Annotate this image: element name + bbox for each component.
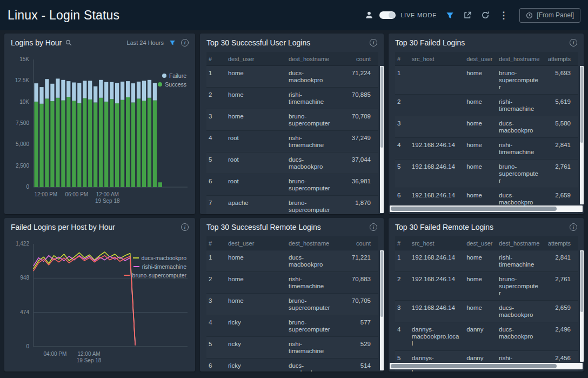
column-header[interactable]: attempts [544,236,578,250]
scroll-thumb[interactable] [380,67,383,148]
table-cell: ducs-macbookpro [497,116,544,138]
table-cell: ducs-macbookpro [497,322,544,351]
svg-text:474: 474 [20,309,29,315]
table-row[interactable]: 7apachebruno-supercomputer1,870 [206,196,378,215]
table-row[interactable]: 4rootrishi-timemachine37,249 [206,131,378,152]
horizontal-scrollbar[interactable] [390,205,583,212]
table-cell: 1 [206,66,226,88]
info-icon[interactable]: i [570,223,577,231]
panel-title: Top 30 Failed Logins [395,38,465,47]
zoom-icon[interactable] [65,39,72,46]
legend-label: Success [165,81,186,88]
table-cell: bruno-supercomputer [286,174,339,196]
table-cell [410,66,464,95]
table-row[interactable]: 3homebruno-supercomputer70,709 [206,109,378,131]
table-row[interactable]: 6rickyducs-macbookpro514 [206,359,378,372]
table-cell: 7 [206,196,226,215]
table-area: #src_hostdest_userdest_hostnameattempts1… [389,236,584,372]
table-row[interactable]: 6rootbruno-supercomputer36,981 [206,174,378,196]
table-row[interactable]: 1homeducs-macbookpro71,221 [206,250,378,272]
column-header[interactable]: dest_user [464,52,497,66]
table-row[interactable]: 4rickybruno-supercomputer577 [206,315,378,337]
table-cell: 192.168.246.14 [410,301,464,322]
table-row[interactable]: 2homerishi-timemachine70,883 [206,272,378,294]
user-icon[interactable] [365,11,373,19]
refresh-icon[interactable] [481,11,490,19]
column-header[interactable]: dest_hostname [286,236,339,250]
legend-marker [133,257,139,258]
legend-label: bruno-supercomputer [132,272,186,278]
column-header[interactable]: count [339,52,378,66]
share-icon[interactable] [463,11,472,19]
column-header[interactable]: dest_user [464,236,497,250]
table-cell: 514 [339,359,378,372]
scroll-thumb[interactable] [580,251,583,312]
table-cell: home [226,294,286,315]
table-header-row: #dest_userdest_hostnamecount [206,236,378,250]
legend-label: Failure [169,72,186,79]
table-row[interactable]: 4dannys-macbookpro.localdannyducs-macboo… [395,322,578,351]
panel-header: Top 30 Successful Remote Logins i [200,218,384,236]
column-header[interactable]: dest_hostname [497,236,544,250]
vertical-scrollbar[interactable] [580,66,584,204]
vertical-scrollbar[interactable] [380,66,384,213]
table-row[interactable]: 5rickyrishi-timemachine529 [206,337,378,359]
table-row[interactable]: 1homeducs-macbookpro71,224 [206,66,378,88]
column-header[interactable]: dest_user [226,236,286,250]
table-row[interactable]: 3homeducs-macbookpro5,580 [395,116,578,138]
column-header[interactable]: src_host [410,236,464,250]
time-range-selector[interactable]: [From Panel] [519,8,580,23]
column-header[interactable]: # [206,236,226,250]
table-row[interactable]: 3192.168.246.14homeducs-macbookpro2,659 [395,301,578,322]
info-icon[interactable]: i [370,39,377,47]
table-cell: 2 [395,95,410,116]
column-header[interactable]: # [395,236,410,250]
column-header[interactable]: # [206,52,226,66]
horizontal-scrollbar[interactable] [390,363,583,369]
table-row[interactable]: 5rootducs-macbookpro37,044 [206,152,378,174]
table-cell: apache [226,196,286,215]
table-cell: home [464,138,497,160]
filter-icon[interactable] [446,11,454,19]
column-header[interactable]: dest_hostname [497,52,544,66]
panel-header: Top 30 Successful User Logins i [200,34,384,52]
info-icon[interactable]: i [181,39,189,47]
column-header[interactable]: dest_user [226,52,286,66]
table-row[interactable]: 1homebruno-supercomputer5,693 [395,66,578,95]
more-menu-icon[interactable]: ⋮ [499,10,508,21]
table-row[interactable]: 4192.168.246.14homerishi-timemachine2,84… [395,138,578,160]
table-row[interactable]: 2homerishi-timemachine70,885 [206,88,378,109]
vertical-scrollbar[interactable] [380,250,384,370]
panel-time-range[interactable]: Last 24 Hours [127,39,164,46]
table-cell: 2 [206,272,226,294]
successful-user-logins-table: #dest_userdest_hostnamecount1homeducs-ma… [206,52,378,214]
panel-filter-icon[interactable] [169,39,176,46]
scroll-thumb[interactable] [380,251,383,317]
table-cell: home [464,116,497,138]
table-row[interactable]: 2192.168.246.14homebruno-supercomputer2,… [395,272,578,301]
table-cell: 192.168.246.14 [410,160,464,188]
table-row[interactable]: 3homebruno-supercomputer70,705 [206,294,378,315]
svg-text:2,500: 2,500 [16,163,29,169]
column-header[interactable]: dest_hostname [286,52,339,66]
svg-text:04:00 PM: 04:00 PM [43,351,66,357]
table-cell: 70,885 [339,88,378,109]
table-row[interactable]: 2homerishi-timemachine5,619 [395,95,578,116]
scroll-thumb[interactable] [391,207,557,211]
vertical-scrollbar[interactable] [580,250,584,362]
column-header[interactable]: attempts [544,52,578,66]
info-icon[interactable]: i [570,39,577,47]
scroll-thumb[interactable] [391,364,557,368]
column-header[interactable]: count [339,236,378,250]
table-cell: 5 [395,160,410,188]
table-cell: 5 [206,152,226,174]
scroll-thumb[interactable] [580,67,583,143]
info-icon[interactable]: i [181,223,189,231]
info-icon[interactable]: i [370,223,377,231]
table-row[interactable]: 5192.168.246.14homebruno-supercomputer2,… [395,160,578,188]
table-cell: home [464,95,497,116]
column-header[interactable]: # [395,52,410,66]
live-mode-toggle[interactable] [379,11,396,19]
table-row[interactable]: 1192.168.246.14homerishi-timemachine2,84… [395,250,578,272]
column-header[interactable]: src_host [410,52,464,66]
